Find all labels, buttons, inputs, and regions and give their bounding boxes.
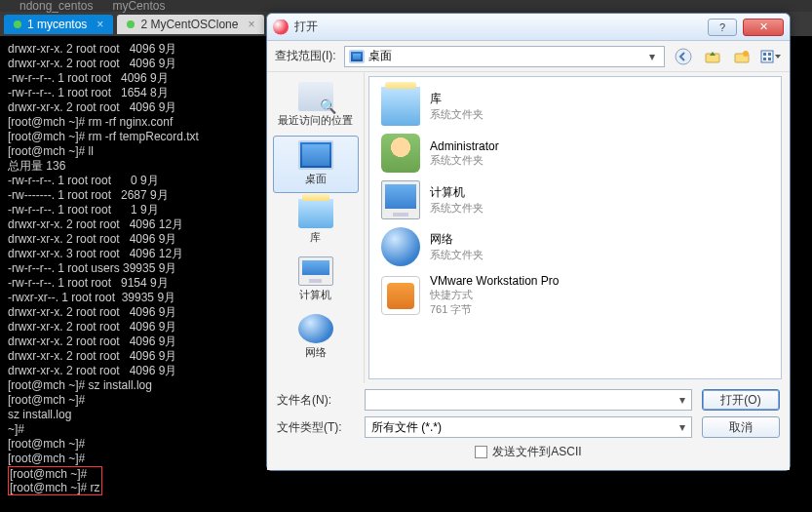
user-icon (381, 134, 420, 173)
status-dot-icon (127, 20, 135, 28)
close-icon[interactable]: × (248, 18, 254, 31)
place-network[interactable]: 网络 (273, 310, 359, 366)
recent-icon (298, 82, 333, 111)
computer-icon (381, 180, 420, 219)
svg-rect-6 (768, 53, 771, 56)
list-item[interactable]: 网络 系统文件夹 (375, 223, 775, 270)
path-value: 桌面 (368, 48, 392, 64)
dialog-toolbar: 查找范围(I): 桌面 ▾ (267, 41, 790, 72)
path-combo[interactable]: 桌面 ▾ (344, 46, 665, 67)
filetype-label: 文件类型(T): (277, 419, 355, 436)
tab-session-2[interactable]: 2 MyCentOSClone × (117, 15, 264, 34)
view-menu-button[interactable] (760, 46, 782, 67)
tab-label: 2 MyCentOSClone (140, 18, 238, 31)
svg-rect-7 (763, 58, 766, 60)
ascii-label: 发送文件到ASCII (492, 444, 581, 460)
place-recent[interactable]: 最近访问的位置 (273, 78, 359, 134)
ascii-checkbox[interactable] (475, 446, 487, 458)
vmware-icon (381, 276, 420, 315)
close-button[interactable]: ✕ (743, 19, 784, 36)
list-item[interactable]: 计算机 系统文件夹 (375, 177, 775, 223)
place-libraries[interactable]: 库 (273, 195, 359, 251)
chevron-down-icon[interactable]: ▾ (644, 50, 660, 63)
highlight-box: [root@mch ~]# [root@mch ~]# rz (8, 466, 102, 495)
library-icon (381, 87, 420, 126)
lookin-label: 查找范围(I): (275, 48, 336, 64)
places-bar: 最近访问的位置 桌面 库 计算机 网络 (267, 72, 365, 383)
desktop-icon (349, 50, 365, 63)
filename-label: 文件名(N): (277, 392, 355, 409)
open-file-dialog: 打开 ? ✕ 查找范围(I): 桌面 ▾ 最近访问的位置 (266, 13, 791, 471)
svg-point-3 (743, 51, 749, 57)
close-icon[interactable]: × (97, 18, 103, 31)
back-button[interactable] (673, 46, 694, 67)
help-button[interactable]: ? (708, 19, 737, 36)
chevron-down-icon[interactable]: ▾ (679, 420, 685, 434)
desktop-icon (298, 140, 333, 170)
filetype-select[interactable]: 所有文件 (*.*) ▾ (365, 416, 692, 438)
place-desktop[interactable]: 桌面 (273, 136, 359, 193)
top-strip-item: ndong_centos (19, 0, 93, 13)
open-button[interactable]: 打开(O) (702, 389, 780, 411)
list-item[interactable]: VMware Workstation Pro 快捷方式 761 字节 (375, 270, 775, 321)
tab-session-1[interactable]: 1 mycentos × (4, 15, 113, 34)
app-icon (273, 20, 289, 35)
library-icon (298, 199, 333, 228)
status-dot-icon (14, 20, 21, 28)
list-item[interactable]: Administrator 系统文件夹 (375, 130, 775, 177)
list-item[interactable]: 库 系统文件夹 (375, 83, 775, 130)
up-level-button[interactable] (702, 46, 723, 67)
top-strip-item: myCentos (112, 0, 165, 13)
dialog-titlebar[interactable]: 打开 ? ✕ (267, 14, 790, 41)
svg-rect-4 (761, 51, 773, 62)
new-folder-button[interactable] (731, 46, 753, 67)
tab-label: 1 mycentos (27, 18, 87, 31)
computer-icon (298, 256, 333, 286)
cancel-button[interactable]: 取消 (702, 416, 780, 438)
place-computer[interactable]: 计算机 (273, 253, 359, 308)
svg-rect-8 (768, 58, 771, 60)
file-list[interactable]: 库 系统文件夹 Administrator 系统文件夹 计算机 系统文件夹 (368, 76, 782, 379)
top-strip: ndong_centos myCentos (0, 0, 812, 12)
svg-point-0 (676, 49, 691, 64)
dialog-bottom: 文件名(N): ▾ 打开(O) 文件类型(T): 所有文件 (*.*) ▾ 取消… (267, 383, 790, 470)
svg-rect-5 (763, 53, 766, 56)
chevron-down-icon[interactable]: ▾ (679, 393, 685, 407)
network-icon (381, 227, 420, 266)
network-icon (298, 314, 333, 343)
dialog-body: 最近访问的位置 桌面 库 计算机 网络 库 (267, 72, 790, 383)
dialog-title: 打开 (294, 19, 702, 35)
filename-input[interactable]: ▾ (365, 389, 692, 411)
